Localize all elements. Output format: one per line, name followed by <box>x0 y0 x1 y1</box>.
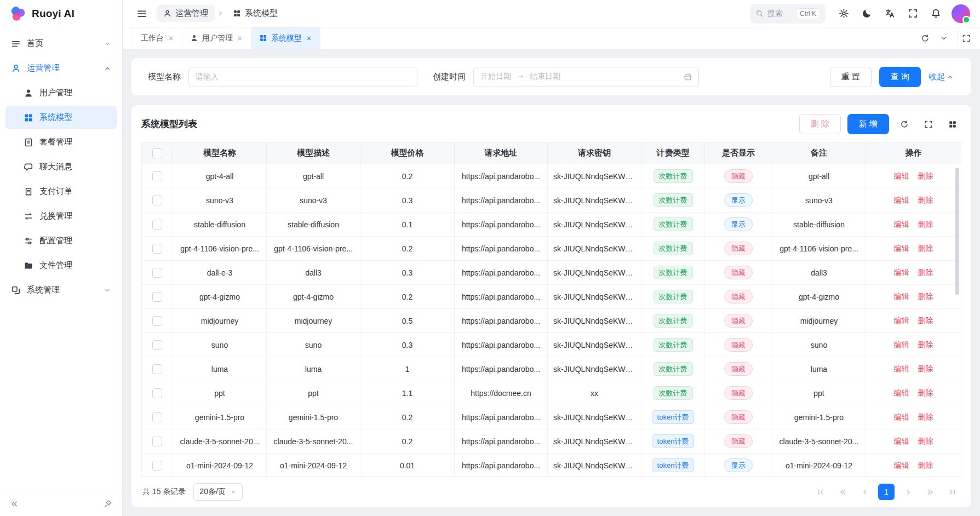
brand[interactable]: Ruoyi AI <box>0 0 122 27</box>
row-checkbox[interactable] <box>152 244 162 254</box>
row-checkbox[interactable] <box>152 171 162 181</box>
sidebar-item-config-management[interactable]: 配置管理 <box>5 229 117 253</box>
next-page-button[interactable] <box>900 484 916 500</box>
edit-link[interactable]: 编辑 <box>894 388 909 397</box>
row-checkbox[interactable] <box>152 220 162 230</box>
tab-close-icon[interactable] <box>237 35 243 42</box>
edit-link[interactable]: 编辑 <box>894 437 909 445</box>
edit-link[interactable]: 编辑 <box>894 461 909 469</box>
tab-system-model[interactable]: 系统模型 <box>251 27 320 49</box>
theme-toggle-button[interactable] <box>857 4 876 23</box>
edit-link[interactable]: 编辑 <box>894 244 909 253</box>
row-checkbox[interactable] <box>152 196 162 205</box>
current-page-button[interactable]: 1 <box>878 484 895 500</box>
edit-link[interactable]: 编辑 <box>894 412 909 421</box>
tab-bar-actions <box>916 27 975 49</box>
refresh-tab-button[interactable] <box>916 30 934 47</box>
collapse-sidebar-button[interactable] <box>7 496 22 512</box>
request-url-cell: https://api.pandarobo... <box>455 213 548 237</box>
sidebar-item-system-management[interactable]: 系统管理 <box>5 278 117 302</box>
delete-link[interactable]: 删除 <box>918 412 933 421</box>
sidebar-item-payment-orders[interactable]: 支付订单 <box>5 180 117 203</box>
tab-user-management[interactable]: 用户管理 <box>182 27 251 49</box>
row-checkbox[interactable] <box>152 461 162 471</box>
content-fullscreen-button[interactable] <box>957 30 975 47</box>
row-checkbox[interactable] <box>152 268 162 278</box>
row-select-cell <box>142 213 173 237</box>
global-search[interactable]: 搜索 Ctrl K <box>750 4 826 24</box>
pin-sidebar-button[interactable] <box>100 496 116 512</box>
tab-close-icon[interactable] <box>168 35 174 42</box>
delete-link[interactable]: 删除 <box>918 220 933 228</box>
delete-link[interactable]: 删除 <box>918 171 933 180</box>
row-checkbox[interactable] <box>152 364 162 374</box>
add-button[interactable]: 新 增 <box>847 114 889 134</box>
row-checkbox[interactable] <box>152 316 162 326</box>
edit-link[interactable]: 编辑 <box>894 316 909 325</box>
batch-delete-button[interactable]: 删 除 <box>799 114 841 134</box>
tab-close-icon[interactable] <box>306 35 312 42</box>
delete-link[interactable]: 删除 <box>918 292 933 301</box>
jump-forward-button[interactable] <box>922 484 938 500</box>
row-checkbox[interactable] <box>152 292 162 302</box>
row-checkbox[interactable] <box>152 412 162 422</box>
tab-options-button[interactable] <box>935 30 953 47</box>
edit-link[interactable]: 编辑 <box>894 171 909 180</box>
delete-link[interactable]: 删除 <box>918 244 933 253</box>
user-avatar[interactable] <box>952 4 970 23</box>
settings-button[interactable] <box>834 4 853 23</box>
sidebar-item-system-model[interactable]: 系统模型 <box>5 106 117 129</box>
edit-link[interactable]: 编辑 <box>894 364 909 373</box>
sidebar-item-chat-messages[interactable]: 聊天消息 <box>5 155 117 179</box>
model-desc-cell: suno-v3 <box>267 188 360 213</box>
sidebar-item-home[interactable]: 首页 <box>5 32 117 55</box>
notifications-button[interactable] <box>926 4 945 23</box>
row-checkbox[interactable] <box>152 340 162 350</box>
delete-link[interactable]: 删除 <box>918 388 933 397</box>
app-window: Ruoyi AI 首页运营管理用户管理系统模型套餐管理聊天消息支付订单兑换管理配… <box>0 0 980 516</box>
table-fullscreen-button[interactable] <box>920 116 937 133</box>
edit-link[interactable]: 编辑 <box>894 196 909 204</box>
query-button[interactable]: 查 询 <box>879 67 921 87</box>
jump-back-button[interactable] <box>834 484 851 500</box>
fullscreen-button[interactable] <box>903 4 922 23</box>
row-checkbox[interactable] <box>152 437 162 446</box>
table-refresh-button[interactable] <box>896 116 913 133</box>
delete-link[interactable]: 删除 <box>918 268 933 277</box>
row-checkbox[interactable] <box>152 388 162 398</box>
first-page-button[interactable] <box>812 484 829 500</box>
delete-link[interactable]: 删除 <box>918 461 933 469</box>
tab-workbench[interactable]: 工作台 <box>133 27 182 49</box>
last-page-button[interactable] <box>944 484 960 500</box>
create-time-label: 创建时间 <box>433 72 466 82</box>
select-all-checkbox[interactable] <box>152 148 162 158</box>
sidebar-toggle-button[interactable] <box>133 4 151 23</box>
breadcrumb-item-operations[interactable]: 运营管理 <box>157 5 215 22</box>
page-size-select[interactable]: 20条/页 <box>193 483 242 501</box>
edit-link[interactable]: 编辑 <box>894 340 909 349</box>
bell-icon <box>931 8 941 19</box>
edit-link[interactable]: 编辑 <box>894 220 909 228</box>
delete-link[interactable]: 删除 <box>918 364 933 373</box>
sidebar-item-user-management[interactable]: 用户管理 <box>5 81 117 105</box>
sidebar-item-file-management[interactable]: 文件管理 <box>5 254 117 277</box>
sidebar-item-operations[interactable]: 运营管理 <box>5 56 117 80</box>
delete-link[interactable]: 删除 <box>918 437 933 445</box>
date-range-picker[interactable]: 开始日期 结束日期 <box>473 67 699 87</box>
reset-button[interactable]: 重 置 <box>830 67 872 87</box>
breadcrumb-item-system-model[interactable]: 系统模型 <box>226 5 284 22</box>
model-name-input[interactable] <box>188 67 417 87</box>
language-button[interactable] <box>880 4 899 23</box>
edit-link[interactable]: 编辑 <box>894 292 909 301</box>
delete-link[interactable]: 删除 <box>918 340 933 349</box>
delete-link[interactable]: 删除 <box>918 196 933 204</box>
sidebar-item-redeem-management[interactable]: 兑换管理 <box>5 204 117 228</box>
collapse-filter-button[interactable]: 收起 <box>929 72 954 82</box>
prev-page-button[interactable] <box>856 484 873 500</box>
sidebar-item-package-management[interactable]: 套餐管理 <box>5 130 117 154</box>
column-settings-button[interactable] <box>944 116 961 133</box>
table-scrollbar[interactable] <box>955 168 959 295</box>
delete-link[interactable]: 删除 <box>918 316 933 325</box>
edit-link[interactable]: 编辑 <box>894 268 909 277</box>
tab-bar: 工作台用户管理系统模型 <box>123 27 980 49</box>
